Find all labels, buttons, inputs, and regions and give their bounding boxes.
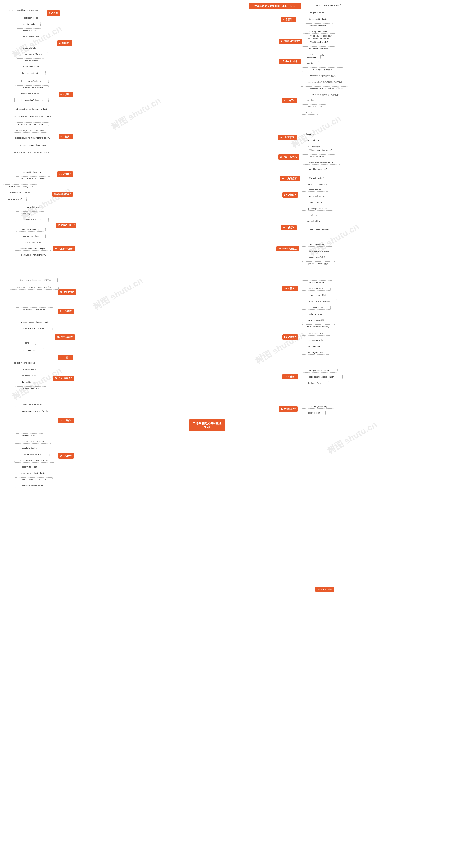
cat-10: 10. \"以至于不\" [278, 135, 297, 140]
leaf-in-order-to: in order to do sth. (引导目的状语，可置句尾) [301, 86, 350, 91]
leaf-get-on-well: get on well with sb. [302, 194, 332, 198]
leaf-be-ready-to: be ready to do sth. [17, 35, 45, 39]
watermark-2: 树图 shutu.cn [109, 95, 163, 133]
leaf-not-only-but-also: not only...but also [16, 205, 47, 209]
cat-25: 25. \"满意\" [282, 334, 298, 340]
leaf-costs-sb-time: It costs sb. some money/time to do sth. [12, 136, 53, 140]
header-title-node: 中考英语同义词组整理汇总1. 一旦... [249, 3, 301, 9]
leaf-prepare-oneself: prepare oneself for sth. [16, 52, 48, 56]
leaf-stop-sb: stop sb. from doing [16, 228, 46, 231]
leaf-sb-buy: (sb.)sb. buy sth. for some money. [13, 129, 47, 133]
cat-2: 2. 尽可能 [47, 10, 60, 16]
leaf-be-happy-for: be happy for sb. [16, 374, 42, 378]
leaf-find-think-feel: find/think/feel it + adj. + to do sth. (… [10, 285, 59, 289]
cat-11: 11. \"习惯\" [57, 171, 73, 177]
leaf-in-order-that: in order that (引导目的状语从句) [301, 74, 345, 78]
leaf-would-you-please: Would you please do...? [302, 46, 337, 51]
leaf-be-happy-for-27: be happy for sb. [302, 381, 329, 385]
leaf-enjoy-oneself: enjoy oneself [302, 411, 325, 415]
leaf-to-do-sth: to do sth. (引导目的状语，可置可调) [301, 93, 347, 97]
leaf-famous-for: be famous for sth. [302, 280, 332, 284]
cat-4: 4. 准备做... [57, 40, 73, 46]
leaf-whats-matter: What's the matter with...? [302, 148, 339, 152]
cat-22: 22. \"在...看来\" [55, 334, 75, 340]
leaf-how-about: How about sth./doing sth.? [3, 191, 37, 195]
leaf-known-to: be known to sb. [302, 312, 329, 316]
leaf-sth-costs: sth. costs sb. some time/money [13, 143, 51, 147]
leaf-not-only-but: not only...but... [16, 212, 44, 215]
leaf-have-fun: have fun (doing sth.) [302, 405, 334, 408]
cat-28: 28. \"道歉\" [58, 418, 74, 423]
leaf-famous-to: be famous to sb. [302, 287, 330, 291]
leaf-sb-pays: sb. pays some money for sth. [13, 122, 49, 126]
leaf-famous-to-as: be famous to sb.as+ 职位 [301, 299, 337, 304]
leaf-too-to-7: too...to... [302, 61, 319, 65]
leaf-be-lost-missing: be lost missing be gone [5, 361, 44, 365]
leaf-be-gone: be gone [16, 341, 36, 345]
cat-12: 12. 表示建议的表达 [52, 192, 73, 196]
leaf-prepare-sth-for: prepare sth. for sb. [17, 65, 45, 69]
leaf-so-that-9: so...that... [302, 98, 320, 102]
cat-20: 20. stress 句型汇总 [277, 246, 299, 251]
cat-24: 24. \"著名\" [282, 286, 298, 291]
leaf-make-resolution: make a resolution to do sth. [15, 471, 51, 475]
leaf-not-enough-to: not...enough to... [302, 145, 328, 149]
leaf-get-on-with: get on with sb. [302, 188, 328, 192]
leaf-so-as-to: so as to do sth. (引导目的状语，只位于句尾) [301, 80, 350, 84]
leaf-get-along-well: get along well with sb. [302, 207, 333, 211]
leaf-make-decision: make a decision to do sth. [15, 440, 51, 444]
leaf-prevent-sb: prevent sb. from doing [16, 240, 47, 244]
leaf-according-to: according to sb. [16, 348, 44, 352]
leaf-so-that-not: so...that...not... [302, 138, 326, 142]
leaf-delighted-with: be delighted with [302, 350, 329, 354]
leaf-be-determined: be determined to do sth. [15, 452, 50, 456]
cat-7: 7. 如此表示\"结果\" [279, 59, 301, 64]
leaf-congratulate-sb: congratulate sb. on sth. [301, 369, 338, 373]
leaf-it-s-adj: It s + adj. (fact/for sb.) to do sth. (形… [11, 278, 58, 282]
leaf-dissuade-sb: dissuade sb. from doing sth. [15, 253, 51, 257]
leaf-put-stress: put stress on sth. 强调 [301, 261, 335, 266]
leaf-be-ready-for: be ready for sth. [17, 28, 42, 32]
leaf-be-prepared-for: be prepared for sth. [16, 71, 46, 75]
leaf-under-stress: be under a lot of stress [301, 249, 337, 253]
cat-14: 14. \"为什么不\" [280, 176, 300, 181]
leaf-not-only-but-well: not only...but...as well [15, 218, 49, 222]
leaf-get-along: get along with sb. [302, 200, 329, 204]
leaf-known-as: be known as+ 职位 [302, 318, 331, 323]
leaf-be-delighted-to: be delighted to do sth. [302, 30, 335, 34]
leaf-satisfied-with: be satisfied with [302, 332, 330, 336]
watermark-7: 树图 shutu.cn [307, 221, 361, 259]
cat-19: 19. 再\"形式\" [58, 289, 76, 295]
leaf-so-that-7: so...that... [302, 55, 320, 59]
leaf-too-to-10: too...to... [302, 132, 318, 136]
center-node: 中考英语同义词组整理汇总 [189, 419, 225, 431]
leaf-resolve-to: resolve to do sth. [16, 465, 44, 469]
cat-3: 3. 乐意做... [281, 17, 296, 22]
leaf-be-used-to: be used to doing sth. [16, 170, 48, 174]
leaf-be-glad-for: be glad for sb. [16, 380, 41, 384]
cat-9: 9. \"为了\" [282, 98, 297, 103]
leaf-get-sth-ready: get sth. ready [17, 22, 40, 26]
leaf-no-use-in: It is no use (in)doing sth. [15, 79, 49, 83]
leaf-prepare-for: prepare for sth. [17, 46, 42, 50]
cat-26: 26. \"为...而高兴\" [53, 376, 74, 381]
leaf-mix-with: mix with sb. [302, 213, 322, 217]
leaf-make-up-for: make up for compensate for [16, 307, 53, 311]
leaf-set-mind: set one's mind to do sth. [15, 484, 51, 488]
watermark-8: 树图 shutu.cn [253, 329, 307, 367]
leaf-as-soon-as: as soon as the moment 一旦... [306, 3, 353, 8]
leaf-as-as: as ... as possible as...as you can [4, 8, 43, 12]
leaf-enough-to: enough to do sth. [302, 104, 328, 108]
leaf-be-happy-to: be happy to do sth. [302, 23, 333, 27]
leaf-be-pleased-for: be pleased for sb. [16, 368, 44, 371]
leaf-sb-spends-doing: sb. spends some time/money (in) doing st… [12, 114, 52, 118]
cat-16: 16. \"如果\"\"阻止\" [53, 246, 76, 251]
leaf-why-not: Why not + sth.? [3, 197, 27, 201]
cat-5: 5. \"邀请\"与\"请求\" [279, 39, 302, 44]
leaf-make-up-mind: make up one's mind to do sth. [15, 477, 53, 482]
cat-30: 30. \"决定\" [58, 453, 74, 459]
leaf-famous-as: be famous as + 职位 [302, 293, 332, 298]
leaf-pleased-with: be pleased with [302, 338, 329, 342]
leaf-happy-with: be happy with [302, 344, 326, 348]
cat-29: 29. \"玩得高兴\" [279, 406, 298, 412]
